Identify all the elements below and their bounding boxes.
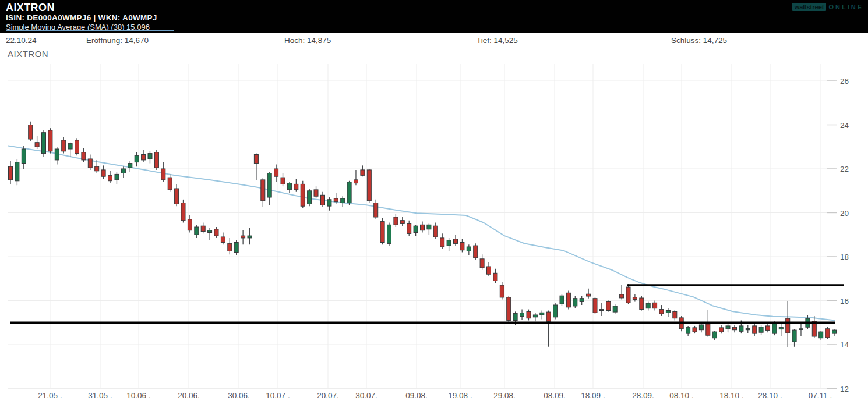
candle-down xyxy=(640,298,644,310)
candle-down xyxy=(75,140,79,154)
x-axis-label: 18.09 . xyxy=(581,391,605,400)
candle-down xyxy=(400,221,404,224)
candle-down xyxy=(626,287,630,303)
candle-down xyxy=(421,225,425,230)
candle-up xyxy=(646,303,650,308)
candle-down xyxy=(221,237,225,242)
candle-down xyxy=(753,326,757,333)
x-axis-label: 09.08. xyxy=(405,391,428,400)
candle-up xyxy=(666,311,670,313)
candle-up xyxy=(573,299,577,306)
candle-up xyxy=(759,327,763,332)
candle-down xyxy=(706,324,710,335)
x-axis-label: 30.07. xyxy=(355,391,377,400)
candle-down xyxy=(101,170,105,176)
candle-down xyxy=(9,166,13,180)
stock-chart-page: AIXTRON ISIN: DE000A0WMPJ6 | WKN: A0WMPJ… xyxy=(0,0,868,401)
candle-up xyxy=(234,243,238,253)
candle-down xyxy=(241,236,245,238)
candle-up xyxy=(15,162,19,181)
candle-up xyxy=(115,174,119,179)
candle-up xyxy=(427,225,431,229)
candle-down xyxy=(659,310,664,314)
candle-up xyxy=(414,226,418,232)
candle-down xyxy=(301,184,305,206)
candle-up xyxy=(135,155,139,162)
candle-down xyxy=(487,267,491,274)
candle-down xyxy=(254,155,258,164)
candle-down xyxy=(314,190,318,196)
candle-up xyxy=(726,326,730,329)
candle-up xyxy=(699,325,703,330)
x-axis-label: 31.05 . xyxy=(88,391,112,400)
candle-down xyxy=(261,180,265,201)
candle-down xyxy=(733,327,737,330)
candle-down xyxy=(394,217,398,225)
candle-down xyxy=(460,243,464,250)
candle-up xyxy=(792,330,796,342)
price-chart-svg[interactable]: 262422201816141221.05 .31.05 .10.06 .20.… xyxy=(0,0,868,401)
candle-down xyxy=(527,311,531,318)
candle-down xyxy=(29,125,33,140)
candle-up xyxy=(553,305,558,317)
x-axis-label: 29.08. xyxy=(493,391,516,400)
candle-down xyxy=(228,243,232,251)
candle-down xyxy=(440,238,444,247)
candle-up xyxy=(148,154,152,159)
candle-down xyxy=(474,246,478,258)
candle-down xyxy=(507,297,511,321)
candle-down xyxy=(274,169,278,176)
candle-down xyxy=(82,152,86,160)
y-axis-label: 24 xyxy=(840,121,849,130)
candle-up xyxy=(42,133,46,154)
x-axis-label: 08.09. xyxy=(544,391,566,400)
candle-up xyxy=(248,236,252,238)
candle-down xyxy=(48,130,52,151)
candle-up xyxy=(195,227,199,235)
candle-down xyxy=(334,198,338,202)
x-axis-label: 21.05 . xyxy=(38,391,62,400)
x-axis-label: 28.10 . xyxy=(758,391,782,400)
candle-up xyxy=(613,306,617,312)
candle-down xyxy=(168,178,172,190)
candle-down xyxy=(108,175,112,180)
y-axis-label: 26 xyxy=(840,77,849,86)
candle-up xyxy=(55,149,59,160)
candle-up xyxy=(560,296,564,304)
candle-down xyxy=(693,328,697,332)
candle-up xyxy=(128,164,132,168)
x-axis-label: 28.09. xyxy=(632,391,654,400)
candle-down xyxy=(653,303,657,308)
candle-down xyxy=(766,326,770,331)
candle-up xyxy=(779,328,783,329)
candle-down xyxy=(201,226,205,231)
candle-up xyxy=(287,183,291,190)
candle-down xyxy=(88,159,92,168)
candle-down xyxy=(566,293,570,307)
y-axis-label: 14 xyxy=(840,340,849,349)
candle-down xyxy=(35,143,39,147)
candle-down xyxy=(825,329,830,338)
candle-up xyxy=(341,198,345,203)
candle-up xyxy=(533,315,537,317)
candle-down xyxy=(786,318,790,333)
candles xyxy=(9,122,837,347)
x-axis-label: 08.10 . xyxy=(669,391,693,400)
candle-down xyxy=(374,203,378,218)
candle-up xyxy=(746,329,750,330)
candle-down xyxy=(719,328,724,332)
candle-up xyxy=(467,247,471,251)
candle-down xyxy=(633,297,637,300)
candle-down xyxy=(188,219,192,230)
x-axis-label: 20.07. xyxy=(317,391,339,400)
candle-down xyxy=(175,189,179,204)
candle-up xyxy=(712,332,717,338)
candle-down xyxy=(161,169,165,180)
candle-down xyxy=(407,223,411,233)
x-axis-label: 07.11 . xyxy=(809,391,832,400)
candle-up xyxy=(686,327,690,333)
candle-up xyxy=(599,310,604,311)
candle-up xyxy=(387,225,391,243)
candle-down xyxy=(620,294,624,298)
candle-up xyxy=(68,144,72,149)
